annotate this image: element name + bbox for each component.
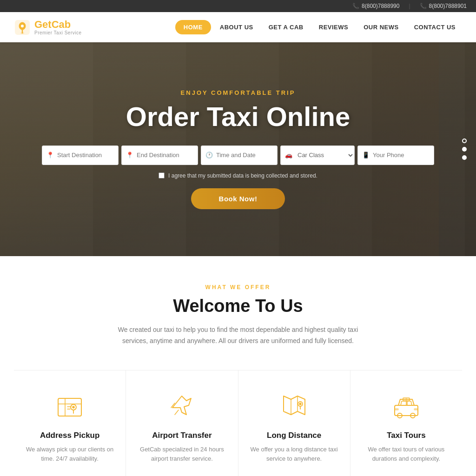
scroll-dot-2[interactable]	[462, 147, 467, 152]
services-section: WHAT WE OFFER Welcome To Us We created o…	[0, 256, 476, 476]
main-nav: HOME ABOUT US GET A CAB REVIEWS OUR NEWS…	[175, 20, 462, 34]
logo-cab: Cab	[52, 19, 71, 30]
phone-item-2: 📞 8(800)7888901	[420, 3, 467, 9]
svg-point-2	[21, 25, 24, 27]
end-destination-wrapper: 📍	[121, 145, 198, 165]
address-pickup-icon	[53, 389, 86, 422]
start-destination-input[interactable]	[42, 145, 119, 165]
logo-tagline: Premier Taxi Service	[34, 30, 82, 35]
service-card-long-distance-desc: We offer you a long distance taxi servic…	[250, 445, 338, 464]
service-card-address-pickup-desc: We always pick up our clients on time. 2…	[26, 445, 114, 464]
service-card-taxi-tours-title: Taxi Tours	[362, 431, 450, 440]
taxi-tours-icon	[390, 389, 423, 422]
phone-icon-1: 📞	[352, 3, 359, 9]
svg-rect-14	[395, 409, 398, 410]
nav-get-a-cab[interactable]: GET A CAB	[262, 20, 310, 34]
service-card-airport-transfer-title: Airport Transfer	[138, 431, 226, 440]
car-class-wrapper: 🚗 Car Class Economy Standard Business VI…	[280, 145, 355, 165]
service-card-long-distance-title: Long Distance	[250, 431, 338, 440]
booking-form: 📍 📍 🕐 🚗 Car Class Economy Standard Busin…	[0, 145, 476, 165]
hero-section: ENJOY COMFORTABLE TRIP Order Taxi Online…	[0, 42, 476, 256]
logo-get: Get	[34, 19, 52, 30]
car-class-select[interactable]: Car Class Economy Standard Business VIP	[280, 145, 355, 165]
book-now-button[interactable]: Book Now!	[191, 188, 285, 209]
long-distance-icon	[278, 389, 311, 422]
logo-brand: GetCab	[34, 19, 82, 30]
svg-rect-4	[58, 398, 81, 416]
svg-point-3	[20, 32, 24, 33]
service-card-taxi-tours: Taxi Tours We offer taxi tours of variou…	[350, 370, 462, 476]
nav-home[interactable]: HOME	[175, 20, 211, 34]
nav-contact[interactable]: CONTACT US	[408, 20, 462, 34]
service-card-airport-transfer: Airport Transfer GetCab specialized in 2…	[126, 370, 238, 476]
hero-title: Order Taxi Online	[0, 102, 476, 132]
service-card-long-distance: Long Distance We offer you a long distan…	[238, 370, 350, 476]
phone-number-2: 8(800)7888901	[429, 3, 467, 9]
hero-content: ENJOY COMFORTABLE TRIP Order Taxi Online…	[0, 89, 476, 209]
service-card-address-pickup: Address Pickup We always pick up our cli…	[14, 370, 126, 476]
service-card-address-pickup-title: Address Pickup	[26, 431, 114, 440]
agreement-checkbox[interactable]	[159, 172, 165, 178]
services-title: Welcome To Us	[14, 296, 462, 316]
nav-about[interactable]: ABOUT US	[213, 20, 260, 34]
divider: |	[409, 3, 410, 9]
phone-number-1: 8(800)7888990	[362, 3, 399, 9]
datetime-wrapper: 🕐	[201, 145, 278, 165]
service-cards: Address Pickup We always pick up our cli…	[14, 370, 462, 476]
services-subtitle: WHAT WE OFFER	[14, 284, 462, 291]
phone-input[interactable]	[357, 145, 434, 165]
nav-reviews[interactable]: REVIEWS	[312, 20, 355, 34]
top-bar: 📞 8(800)7888990 | 📞 8(800)7888901	[0, 0, 476, 12]
service-card-airport-transfer-desc: GetCab specialized in 24 hours airport t…	[138, 445, 226, 464]
phone-item-1: 📞 8(800)7888990	[352, 3, 399, 9]
agreement-row: I agree that my submitted data is being …	[0, 172, 476, 179]
start-destination-wrapper: 📍	[42, 145, 119, 165]
phone-icon-2: 📞	[420, 3, 427, 9]
scroll-dots	[462, 139, 467, 160]
scroll-dot-1[interactable]	[462, 139, 467, 143]
hero-subtitle: ENJOY COMFORTABLE TRIP	[0, 89, 476, 96]
phone-wrapper: 📱	[357, 145, 434, 165]
service-card-taxi-tours-desc: We offer taxi tours of various durations…	[362, 445, 450, 464]
svg-point-6	[73, 406, 74, 408]
header: GetCab Premier Taxi Service HOME ABOUT U…	[0, 12, 476, 42]
logo[interactable]: GetCab Premier Taxi Service	[14, 19, 82, 36]
svg-point-8	[299, 403, 301, 405]
nav-our-news[interactable]: OUR NEWS	[357, 20, 405, 34]
agreement-label: I agree that my submitted data is being …	[168, 172, 317, 179]
datetime-input[interactable]	[201, 145, 278, 165]
svg-rect-15	[414, 409, 418, 410]
end-destination-input[interactable]	[121, 145, 198, 165]
scroll-dot-3[interactable]	[462, 155, 467, 160]
logo-icon	[14, 19, 31, 36]
services-description: We created our taxi to help you to find …	[117, 324, 359, 347]
airport-transfer-icon	[165, 389, 198, 422]
